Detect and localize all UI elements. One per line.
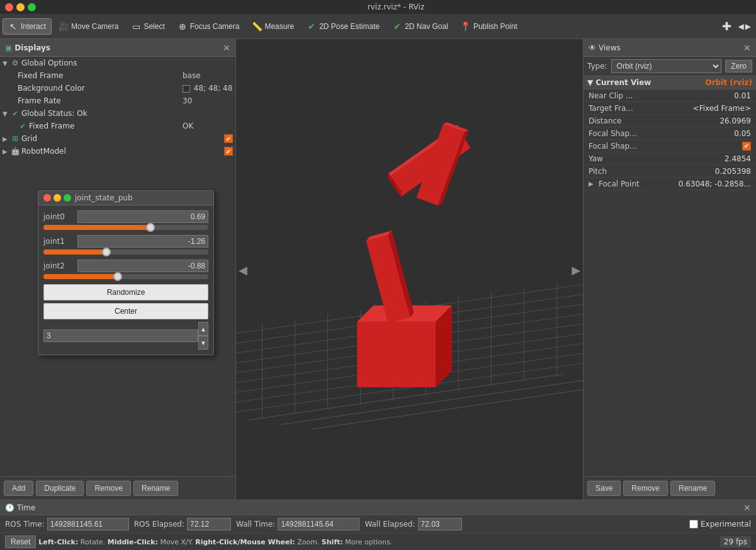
spinner-up-button[interactable]: ▲ [198,322,208,336]
focal-point-row[interactable]: ▶ Focal Point 0.63048; -0.2858... [584,178,756,190]
popup-title-bar[interactable]: joint_state_pub [38,191,213,205]
joint1-label-row: joint1 [43,235,208,248]
toolbar: ↖ Interact 🎥 Move Camera ▭ Select ⊕ Focu… [0,14,756,39]
joint0-thumb[interactable] [146,223,155,232]
yaw-row[interactable]: Yaw 2.4854 [584,152,756,165]
views-type-select[interactable]: Orbit (rviz) [611,59,722,73]
title-bar-buttons[interactable] [5,3,36,11]
duplicate-display-button[interactable]: Duplicate [36,481,84,496]
popup-title-buttons[interactable] [43,194,71,202]
remove-view-button[interactable]: Remove [623,481,668,496]
spinner-input[interactable] [43,329,198,342]
grid-checkbox[interactable]: ✔ [224,134,233,144]
pose-estimate-button[interactable]: ✔ 2D Pose Estimate [301,18,385,35]
joint0-input[interactable] [77,210,208,223]
help-text: Left-Click: Rotate. Middle-Click: Move X… [38,538,392,546]
close-button[interactable] [5,3,13,11]
grid-expand[interactable]: ▶ [3,135,10,142]
global-status-label: Global Status: Ok [21,109,233,118]
global-status-expand[interactable]: ▼ [3,110,10,117]
pose-estimate-label: 2D Pose Estimate [319,22,380,31]
robot-model-checkbox[interactable]: ✔ [224,147,233,156]
fixed-frame-ok-item[interactable]: ✔ Fixed Frame OK [0,120,235,132]
distance-value: 26.0969 [719,117,751,125]
time-close-button[interactable]: ✕ [743,503,751,513]
grid-icon: ⊞ [10,134,20,143]
interact-button[interactable]: ↖ Interact [3,18,52,35]
fixed-frame-item[interactable]: Fixed Frame base [0,69,235,82]
joint1-slider[interactable] [43,249,208,255]
displays-panel: ▣ Displays ✕ ▼ ⚙ Global Options Fixed Fr… [0,39,236,500]
joint1-input[interactable] [77,235,208,248]
wall-time-input[interactable] [278,518,359,530]
measure-label: Measure [264,22,294,31]
focal-shape-1-row[interactable]: Focal Shap... 0.05 [584,127,756,140]
rename-display-button[interactable]: Rename [133,481,178,496]
frame-rate-label: Frame Rate [18,96,183,105]
joint2-slider[interactable] [43,274,208,279]
toolbar-nav[interactable]: ◀ ▶ [736,21,753,32]
viewport-arrow-right[interactable]: ▶ [569,260,583,278]
ros-elapsed-input[interactable] [187,518,231,530]
views-icon: 👁 [589,43,596,52]
save-view-button[interactable]: Save [587,481,621,496]
frame-rate-item[interactable]: Frame Rate 30 [0,95,235,107]
near-clip-value: 0.01 [734,91,751,100]
views-close-button[interactable]: ✕ [743,43,751,53]
near-clip-row[interactable]: Near Clip ... 0.01 [584,89,756,102]
grid-item[interactable]: ▶ ⊞ Grid ✔ [0,132,235,145]
views-current-type: Orbit (rviz) [705,78,752,87]
center-button[interactable]: Center [43,303,208,319]
robot-model-expand[interactable]: ▶ [3,148,10,155]
global-status-item[interactable]: ▼ ✔ Global Status: Ok [0,107,235,120]
status-bar: 🕐 Time ✕ ROS Time: ROS Elapsed: Wall Tim… [0,500,756,550]
robot-model-item[interactable]: ▶ 🤖 RobotModel ✔ [0,145,235,158]
focal-shape-2-checkbox: ✔ [742,142,751,151]
views-zero-button[interactable]: Zero [725,60,752,72]
target-frame-row[interactable]: Target Fra... <Fixed Frame> [584,102,756,115]
focal-shape-2-row[interactable]: Focal Shap... ✔ [584,140,756,152]
joint1-thumb[interactable] [102,248,111,256]
experimental-checkbox[interactable] [689,520,698,529]
focus-camera-button[interactable]: ⊕ Focus Camera [172,18,245,35]
bg-color-item[interactable]: Background Color 48; 48; 48 [0,82,235,95]
joint2-input[interactable] [77,260,208,272]
nav-goal-label: 2D Nav Goal [405,22,448,31]
nav-goal-button[interactable]: ✔ 2D Nav Goal [386,18,454,35]
views-current-expand[interactable]: ▼ [587,78,593,87]
add-tool-button[interactable]: ✚ [718,18,736,35]
move-camera-button[interactable]: 🎥 Move Camera [53,18,124,35]
viewport[interactable]: ◀ ▶ [236,39,583,500]
distance-row[interactable]: Distance 26.0969 [584,115,756,127]
popup-close-button[interactable] [43,194,51,202]
minimize-button[interactable] [16,3,25,11]
pitch-row[interactable]: Pitch 0.205398 [584,165,756,178]
wall-elapsed-input[interactable] [418,518,462,530]
joint2-thumb[interactable] [113,272,122,281]
viewport-arrow-left[interactable]: ◀ [236,260,250,278]
pitch-label: Pitch [589,167,715,176]
views-current-header[interactable]: ▼ Current View Orbit (rviz) [584,76,756,89]
rename-view-button[interactable]: Rename [670,481,715,496]
measure-button[interactable]: 📏 Measure [246,18,300,35]
displays-close-button[interactable]: ✕ [223,43,230,53]
reset-button[interactable]: Reset [5,536,36,548]
arrow-right-icon: ▶ [745,22,751,31]
global-options-item[interactable]: ▼ ⚙ Global Options [0,57,235,69]
spinner-down-button[interactable]: ▼ [198,336,208,350]
time-content: ROS Time: ROS Elapsed: Wall Time: Wall E… [0,515,756,533]
fixed-frame-ok-icon: ✔ [18,122,28,130]
maximize-button[interactable] [28,3,36,11]
joint0-slider[interactable] [43,225,208,230]
add-display-button[interactable]: Add [4,481,33,496]
displays-title-group: ▣ Displays [5,43,50,52]
focal-point-expand[interactable]: ▶ [589,180,596,187]
popup-min-button[interactable] [54,194,61,202]
remove-display-button[interactable]: Remove [86,481,131,496]
popup-max-button[interactable] [64,194,71,202]
global-options-expand[interactable]: ▼ [3,60,10,67]
publish-point-button[interactable]: 📍 Publish Point [455,18,523,35]
randomize-button[interactable]: Randomize [43,284,208,301]
select-button[interactable]: ▭ Select [125,18,170,35]
ros-time-input[interactable] [47,518,129,530]
